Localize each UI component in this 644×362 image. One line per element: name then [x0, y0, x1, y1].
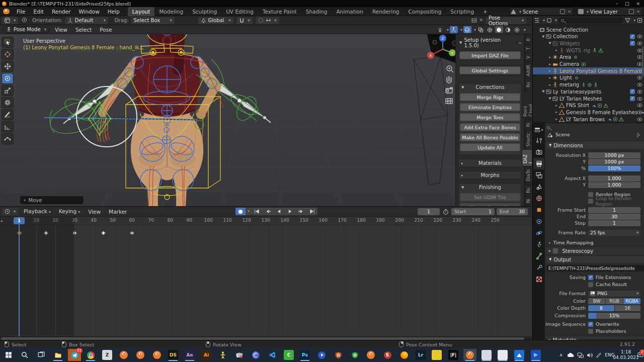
- frame-step-field[interactable]: 1: [588, 220, 640, 226]
- movies-app[interactable]: [529, 349, 542, 361]
- sidebar-tab-ro[interactable]: Ro: [525, 79, 532, 90]
- maximize-button[interactable]: □: [625, 1, 629, 6]
- hide-in-viewport-icon[interactable]: [637, 34, 642, 39]
- timeline-ruler[interactable]: 1020304050607080901001101201301401501601…: [0, 217, 532, 225]
- stereoscopy-checkbox[interactable]: [553, 248, 558, 253]
- current-frame-field[interactable]: 1: [418, 208, 440, 215]
- expand-arrow-icon[interactable]: ▸: [554, 117, 558, 121]
- defender[interactable]: D: [348, 349, 361, 361]
- properties-tab-texture[interactable]: [533, 274, 544, 285]
- keying-menu[interactable]: Keying▾: [55, 207, 84, 217]
- collection-checkbox[interactable]: ✓: [630, 89, 635, 94]
- gizmo-toggle-icon[interactable]: [450, 26, 458, 33]
- playback-menu[interactable]: Playback▾: [20, 207, 55, 217]
- gog[interactable]: G: [332, 349, 345, 361]
- cursor-tool[interactable]: [2, 49, 14, 60]
- daz-studio[interactable]: DS: [167, 349, 180, 361]
- color-rgba-button[interactable]: RGBA: [623, 298, 640, 304]
- search-icon[interactable]: [18, 349, 31, 361]
- chrome[interactable]: [84, 349, 97, 361]
- sidebar-tab-daz-i[interactable]: DAZ I: [522, 150, 532, 166]
- workspace-tab-compositing[interactable]: Compositing: [404, 7, 446, 16]
- after-effects[interactable]: Ae: [183, 349, 196, 361]
- output-path-field[interactable]: E:\TEMP\FTH-231\PresedSide\presedside: [547, 265, 644, 272]
- outliner-row-camera[interactable]: ▸Camera: [533, 61, 644, 68]
- photoshop[interactable]: Ps: [298, 349, 311, 361]
- shading-rendered-icon-chevron[interactable]: ▾: [524, 28, 526, 32]
- properties-search-icon[interactable]: [547, 126, 550, 129]
- orientation-dropdown[interactable]: Default▾: [65, 17, 108, 24]
- pen-settings-icon[interactable]: [594, 348, 603, 362]
- select-box-tool[interactable]: [2, 37, 14, 48]
- scene-selector[interactable]: ▾ Scene ✕: [509, 8, 574, 16]
- hide-in-viewport-icon[interactable]: [637, 117, 642, 122]
- breakdowner-tool[interactable]: [2, 133, 14, 144]
- expand-arrow-icon[interactable]: ▸: [554, 104, 558, 108]
- notes-app[interactable]: [496, 349, 509, 361]
- close-tool-region-icon[interactable]: ✕: [479, 18, 483, 23]
- button-make-all-bones-posable[interactable]: Make All Bones Posable: [460, 133, 520, 141]
- move-tool[interactable]: [2, 61, 14, 72]
- pose-options-dropdown[interactable]: Pose Options▾: [486, 17, 526, 24]
- operator-panel-move[interactable]: ▸ Move: [20, 196, 84, 204]
- button-global-settings[interactable]: Global Settings: [459, 66, 521, 74]
- shading-material-icon[interactable]: [504, 26, 512, 33]
- button-merge-rigs[interactable]: Merge Rigs: [460, 93, 520, 101]
- section-header-corrections[interactable]: ▼Corrections: [459, 83, 521, 91]
- drag-dropdown[interactable]: Select Box▾: [131, 17, 175, 24]
- view-layer-selector[interactable]: ▾ View Layer ✕: [577, 8, 642, 16]
- remove-view-layer-icon[interactable]: ✕: [635, 9, 641, 14]
- expand-arrow-icon[interactable]: ▸: [548, 69, 552, 73]
- onedrive-icon[interactable]: [566, 348, 576, 362]
- sidebar-tab-ri[interactable]: Ri: [525, 120, 532, 129]
- outliner-row-scene-collection[interactable]: Scene Collection: [533, 26, 644, 33]
- section-header-morphs[interactable]: ▸Morphs: [459, 171, 521, 179]
- hide-in-viewport-icon[interactable]: [637, 103, 642, 108]
- sidebar-tab-it[interactable]: It: [525, 36, 532, 44]
- expand-arrow-icon[interactable]: ▼: [548, 97, 552, 101]
- character-app[interactable]: [216, 349, 229, 361]
- player-app[interactable]: [315, 349, 328, 361]
- select-visibility-icon-chevron[interactable]: ▾: [447, 28, 449, 32]
- button-eliminate-empties[interactable]: Eliminate Empties: [460, 103, 520, 111]
- aspect-x-field[interactable]: 1.000: [588, 175, 640, 182]
- auto-keying-toggle[interactable]: [235, 208, 246, 215]
- expand-arrow-icon[interactable]: ▸: [548, 76, 552, 80]
- expand-arrow-icon[interactable]: ▼: [541, 35, 545, 39]
- render-region-checkbox[interactable]: [588, 192, 593, 197]
- properties-editor-type[interactable]: ▾: [533, 125, 544, 135]
- overwrite-checkbox[interactable]: ✓: [588, 322, 593, 327]
- properties-tab-object-data[interactable]: [533, 239, 544, 250]
- auto-keying-dropdown[interactable]: ▾: [246, 208, 252, 215]
- properties-tab-bone[interactable]: [533, 250, 544, 262]
- next-keyframe-button[interactable]: [296, 208, 306, 215]
- color-bw-button[interactable]: BW: [588, 298, 605, 304]
- collection-checkbox[interactable]: ✓: [630, 34, 635, 39]
- outliner-row-widgets[interactable]: ▼Widgets✓: [533, 40, 644, 47]
- file-format-dropdown[interactable]: PNG▾: [588, 291, 640, 297]
- close-button[interactable]: ×: [636, 1, 640, 6]
- outliner-editor-icon[interactable]: [534, 18, 540, 23]
- properties-tab-tool[interactable]: [533, 135, 544, 146]
- color-rgb-button[interactable]: RGB: [606, 298, 623, 304]
- outliner-row-ly-tarian-meshes[interactable]: ▼LY Tarian Meshes✓: [533, 95, 644, 102]
- preview-range-icon[interactable]: [443, 209, 449, 215]
- jump-to-end-button[interactable]: [307, 208, 317, 215]
- workspace-tab-scripting[interactable]: Scripting: [446, 7, 478, 16]
- new-view-layer-icon[interactable]: [629, 9, 634, 14]
- depth-16-button[interactable]: 16: [615, 305, 641, 311]
- sidebar-tab-v[interactable]: V: [525, 53, 532, 61]
- s-app[interactable]: S: [381, 349, 394, 361]
- button-merge-toes[interactable]: Merge Toes: [460, 113, 520, 121]
- outliner-row-ly-tarian-brows[interactable]: ▸LY Tarian Brows: [533, 116, 644, 123]
- prev-keyframe-button[interactable]: [263, 208, 273, 215]
- outliner-row-metarig[interactable]: ▸metarig: [533, 81, 644, 88]
- cinema4d[interactable]: [249, 349, 262, 361]
- outliner-options-icon[interactable]: [637, 18, 642, 23]
- measure-tool[interactable]: [2, 121, 14, 132]
- telegram[interactable]: 21: [68, 349, 81, 361]
- properties-tab-render[interactable]: [533, 146, 544, 158]
- outliner-row-fns-shirt[interactable]: ▸FNS Shirt: [533, 102, 644, 109]
- workspace-tab-modeling[interactable]: Modeling: [154, 7, 188, 16]
- sidebar-tab-t[interactable]: T: [525, 45, 532, 52]
